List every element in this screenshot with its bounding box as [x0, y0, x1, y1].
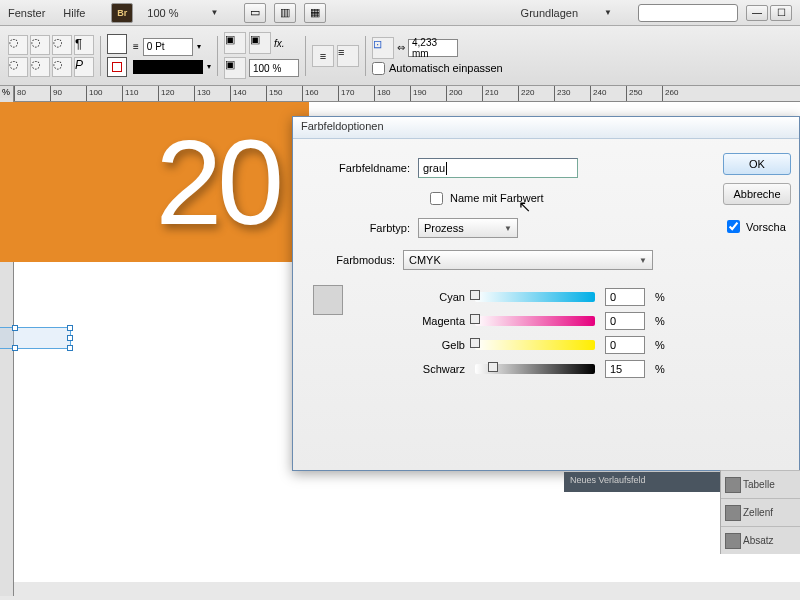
menu-hilfe[interactable]: Hilfe [63, 7, 85, 19]
icon[interactable]: ▣ [249, 32, 271, 54]
p-icon[interactable]: P [74, 57, 94, 77]
stroke-swatch[interactable] [107, 57, 127, 77]
panel-table[interactable]: Tabelle [721, 470, 800, 498]
view-icon[interactable]: ▭ [244, 3, 266, 23]
tool-grid: ◌ ◌ ◌ ¶ ◌ ◌ ◌ P [8, 35, 94, 77]
control-panel: ◌ ◌ ◌ ¶ ◌ ◌ ◌ P ≡ 0 Pt ▾ ▾ ▣ ▣ fx. ▣ 100… [0, 26, 800, 86]
auto-fit-label: Automatisch einpassen [389, 62, 503, 74]
auto-fit-checkbox[interactable] [372, 62, 385, 75]
tool-icon[interactable]: ◌ [30, 35, 50, 55]
tool-icon[interactable]: ◌ [52, 57, 72, 77]
icon[interactable]: ▣ [224, 32, 246, 54]
maximize-button[interactable]: ☐ [770, 5, 792, 21]
minimize-button[interactable]: — [746, 5, 768, 21]
black-value-input[interactable]: 15 [605, 360, 645, 378]
preview-label: Vorscha [746, 221, 786, 233]
opacity-input[interactable]: 100 % [249, 59, 299, 77]
cyan-label: Cyan [403, 291, 465, 303]
cyan-slider[interactable] [475, 292, 595, 302]
menu-mid: Br 100 % ▼ ▭ ▥ ▦ [111, 3, 326, 23]
text-wrap-icon[interactable]: ≡ [337, 45, 359, 67]
menu-bar: Fenster Hilfe Br 100 % ▼ ▭ ▥ ▦ Grundlage… [0, 0, 800, 26]
color-type-dropdown[interactable]: Prozess▼ [418, 218, 518, 238]
right-panels: Tabelle Zellenf Absatz [720, 470, 800, 554]
window-buttons: — ☐ [746, 5, 792, 21]
search-input[interactable] [638, 4, 738, 22]
swatch-name-input[interactable]: grau [418, 158, 578, 178]
yellow-value-input[interactable]: 0 [605, 336, 645, 354]
cyan-value-input[interactable]: 0 [605, 288, 645, 306]
black-label: Schwarz [403, 363, 465, 375]
arrange-icon[interactable]: ▦ [304, 3, 326, 23]
bridge-icon[interactable]: Br [111, 3, 133, 23]
black-slider[interactable] [475, 364, 595, 374]
magenta-value-input[interactable]: 0 [605, 312, 645, 330]
tool-icon[interactable]: ◌ [8, 35, 28, 55]
magenta-label: Magenta [403, 315, 465, 327]
preview-checkbox[interactable] [727, 220, 740, 233]
dialog-title: Farbfeldoptionen [293, 117, 799, 139]
stroke-weight-input[interactable]: 0 Pt [143, 38, 193, 56]
tool-icon[interactable]: ◌ [52, 35, 72, 55]
mode-label: Farbmodus: [313, 254, 403, 266]
color-preview-swatch [313, 285, 343, 315]
fill-swatch[interactable] [107, 34, 127, 54]
swatch-options-dialog: Farbfeldoptionen Farbfeldname: grau Name… [292, 116, 800, 471]
zoom-level[interactable]: 100 % [141, 7, 184, 19]
ok-button[interactable]: OK [723, 153, 791, 175]
orange-frame[interactable]: 20 [0, 102, 309, 262]
panel-paragraph[interactable]: Absatz [721, 526, 800, 554]
cancel-button[interactable]: Abbreche [723, 183, 791, 205]
workspace-switcher[interactable]: Grundlagen [521, 7, 579, 19]
menu-fenster[interactable]: Fenster [8, 7, 45, 19]
icon[interactable]: ▣ [224, 57, 246, 79]
ruler-unit: % [0, 86, 12, 98]
tool-icon[interactable]: ◌ [30, 57, 50, 77]
yellow-label: Gelb [403, 339, 465, 351]
type-label: Farbtyp: [313, 222, 418, 234]
name-label: Farbfeldname: [313, 162, 418, 174]
frame-icon[interactable]: ⊡ [372, 37, 394, 59]
panel-cell[interactable]: Zellenf [721, 498, 800, 526]
selected-frame[interactable] [0, 327, 71, 349]
stroke-style[interactable] [133, 60, 203, 74]
color-mode-dropdown[interactable]: CMYK▼ [403, 250, 653, 270]
magenta-slider[interactable] [475, 316, 595, 326]
yellow-slider[interactable] [475, 340, 595, 350]
text-wrap-icon[interactable]: ≡ [312, 45, 334, 67]
name-with-value-label: Name mit Farbwert [450, 192, 544, 204]
tool-icon[interactable]: ◌ [8, 57, 28, 77]
panel-item[interactable]: Neues Verlaufsfeld [564, 472, 724, 492]
width-input[interactable]: 4,233 mm [408, 39, 458, 57]
ruler-horizontal: 80 90 100 110 120 130 140 150 160 170 18… [14, 86, 800, 102]
paragraph-icon[interactable]: ¶ [74, 35, 94, 55]
screen-mode-icon[interactable]: ▥ [274, 3, 296, 23]
menu-right: Grundlagen ▼ — ☐ [521, 4, 792, 22]
name-with-value-checkbox[interactable] [430, 192, 443, 205]
